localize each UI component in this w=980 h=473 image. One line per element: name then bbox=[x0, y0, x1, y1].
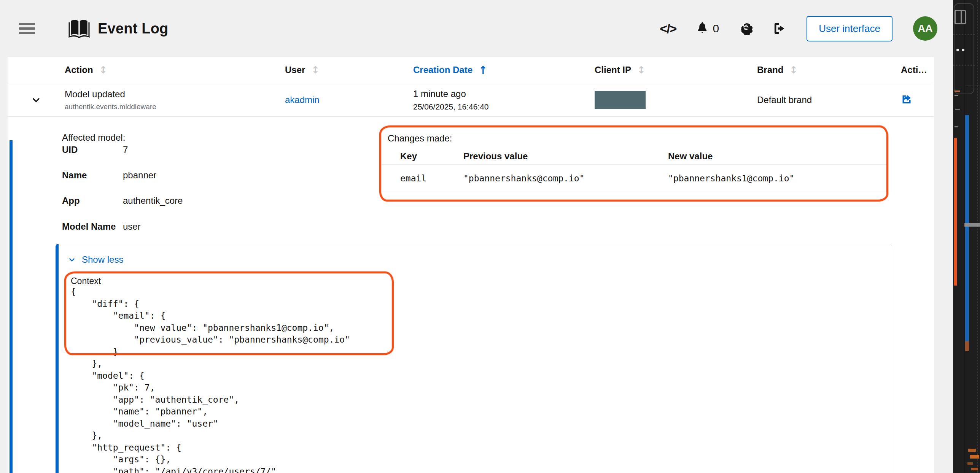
context-label: Context bbox=[71, 276, 101, 286]
avatar[interactable]: AA bbox=[913, 16, 937, 41]
expanded-row-accent-border bbox=[10, 140, 13, 473]
table-row[interactable]: Model updated authentik.events.middlewar… bbox=[8, 83, 934, 117]
collapse-row-chevron-icon[interactable] bbox=[8, 95, 65, 105]
change-new-value: "pbannershanks1@comp.io" bbox=[668, 173, 888, 183]
column-header-action[interactable]: Action↕ bbox=[65, 64, 285, 76]
notification-count: 0 bbox=[713, 22, 719, 35]
user-interface-button[interactable]: User interface bbox=[807, 16, 892, 41]
user-link[interactable]: akadmin bbox=[285, 95, 320, 105]
changes-made-title: Changes made: bbox=[388, 133, 452, 144]
sort-icon: ↕ bbox=[637, 64, 646, 76]
detail-field-app: App authentik_core bbox=[62, 195, 183, 206]
hamburger-menu-icon[interactable] bbox=[19, 23, 35, 34]
column-header-client-ip[interactable]: Client IP↕ bbox=[595, 64, 757, 76]
detail-field-name: Name pbanner bbox=[62, 170, 156, 181]
event-context-card: Show less Context { "diff": { "email": {… bbox=[56, 244, 892, 473]
sort-icon: ↕ bbox=[99, 64, 108, 76]
event-action-title: Model updated bbox=[65, 89, 285, 100]
sort-icon: ↕ bbox=[789, 64, 798, 76]
gear-icon[interactable] bbox=[740, 22, 752, 35]
created-relative: 1 minute ago bbox=[413, 89, 595, 99]
change-previous-value: "pbannershanks@comp.io" bbox=[463, 173, 668, 183]
brand-cell: Default brand bbox=[757, 95, 812, 105]
changes-made-section: Changes made: Key Previous value New val… bbox=[379, 125, 888, 202]
sign-out-icon[interactable] bbox=[773, 22, 786, 35]
client-ip-redacted-box bbox=[595, 91, 646, 109]
event-log-content: Action↕ User↕ Creation Date↑ Client IP↕ … bbox=[8, 57, 934, 473]
show-less-toggle[interactable]: Show less bbox=[68, 254, 123, 265]
page-title: Event Log bbox=[98, 21, 168, 37]
sort-ascending-icon: ↑ bbox=[479, 64, 487, 76]
column-header-actions: Acti… bbox=[901, 65, 934, 75]
detail-field-uid: UID 7 bbox=[62, 144, 128, 155]
minimap-panel bbox=[953, 0, 980, 473]
sort-icon: ↕ bbox=[311, 64, 320, 76]
minimap-scroll-handle[interactable] bbox=[964, 223, 980, 227]
table-header-row: Action↕ User↕ Creation Date↑ Client IP↕ … bbox=[8, 57, 934, 83]
bell-icon bbox=[697, 21, 708, 37]
column-header-user[interactable]: User↕ bbox=[285, 64, 413, 76]
column-header-creation-date[interactable]: Creation Date↑ bbox=[413, 64, 595, 76]
affected-model-label: Affected model: bbox=[62, 132, 125, 143]
created-absolute: 25/06/2025, 16:46:40 bbox=[413, 102, 595, 111]
api-code-icon[interactable]: </> bbox=[660, 21, 676, 36]
minimap-orange-bar bbox=[954, 138, 957, 286]
change-key: email bbox=[400, 173, 463, 183]
detail-field-model-name: Model Name user bbox=[62, 221, 141, 232]
changes-table-header: Key Previous value New value bbox=[379, 148, 888, 165]
open-event-icon[interactable] bbox=[901, 96, 912, 106]
column-header-brand[interactable]: Brand↕ bbox=[757, 64, 901, 76]
event-action-app: authentik.events.middleware bbox=[65, 103, 285, 111]
chevron-down-icon bbox=[68, 256, 76, 263]
minimap-window-icon bbox=[955, 10, 966, 24]
creation-date-cell: 1 minute ago 25/06/2025, 16:46:40 bbox=[413, 89, 595, 111]
top-header: Event Log </> 0 User interface AA bbox=[0, 0, 980, 57]
event-log-book-icon bbox=[67, 18, 91, 39]
minimap-blue-bar bbox=[965, 115, 969, 341]
notifications-control[interactable]: 0 bbox=[697, 21, 719, 37]
action-cell: Model updated authentik.events.middlewar… bbox=[65, 89, 285, 111]
context-json-code: { "diff": { "email": { "new_value": "pba… bbox=[71, 286, 884, 473]
minimap-brown-bar bbox=[965, 341, 969, 351]
changes-table-row: email "pbannershanks@comp.io" "pbannersh… bbox=[379, 165, 888, 192]
